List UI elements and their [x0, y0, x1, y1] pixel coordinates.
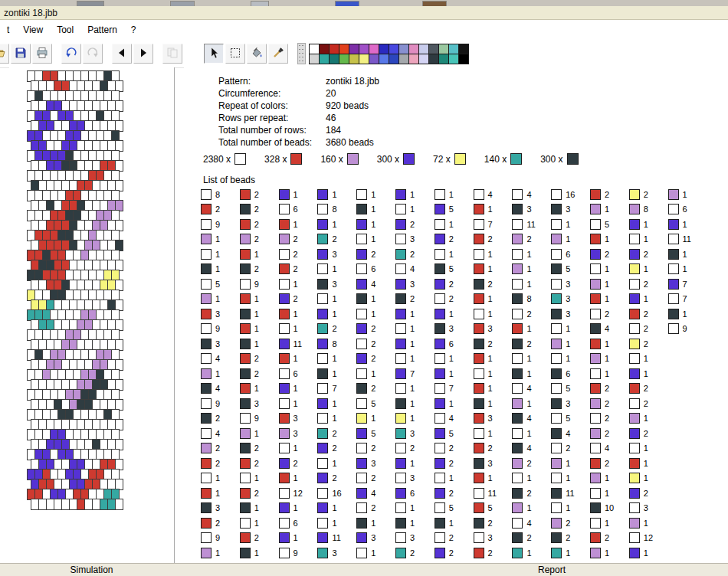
select-tool-button[interactable]	[225, 44, 245, 64]
bead-run-swatch	[474, 383, 484, 394]
palette-color-swatch[interactable]	[309, 44, 320, 54]
redo-button[interactable]	[83, 44, 103, 64]
pattern-row	[27, 369, 123, 380]
bead-run-swatch	[201, 428, 212, 439]
palette-color-swatch[interactable]	[379, 54, 389, 64]
bead-run-swatch	[474, 428, 484, 439]
palette-color-swatch[interactable]	[349, 54, 359, 64]
palette-color-swatch[interactable]	[398, 44, 409, 54]
bead-run-count: 5	[215, 280, 220, 289]
bead-run-count: 9	[215, 220, 220, 229]
palette-color-swatch[interactable]	[448, 54, 459, 64]
palette-scroll-grip[interactable]	[297, 43, 306, 64]
palette-color-swatch[interactable]	[389, 44, 399, 54]
bead[interactable]	[115, 499, 123, 510]
bead-run-entry: 12	[279, 486, 318, 501]
bead-run-count: 11	[332, 533, 340, 542]
palette-color-swatch[interactable]	[319, 54, 330, 64]
open-file-button[interactable]	[0, 44, 9, 64]
pointer-tool-button[interactable]	[204, 44, 224, 64]
bead-run-swatch	[435, 263, 445, 274]
pipette-tool-button[interactable]	[268, 44, 288, 64]
next-row-button[interactable]	[133, 44, 153, 64]
bead-run-swatch	[201, 488, 212, 499]
palette-color-swatch[interactable]	[359, 44, 369, 54]
bead-run-entry: 1	[629, 262, 668, 277]
bead-run-count: 2	[254, 264, 259, 273]
palette-color-swatch[interactable]	[389, 54, 399, 64]
palette-color-swatch[interactable]	[408, 44, 419, 54]
palette-color-swatch[interactable]	[458, 54, 469, 64]
bead-run-swatch	[395, 413, 406, 424]
palette-color-swatch[interactable]	[319, 44, 330, 54]
print-button[interactable]	[32, 44, 52, 64]
palette-color-swatch[interactable]	[339, 54, 349, 64]
palette-color-swatch[interactable]	[349, 44, 359, 54]
bead-run-swatch	[551, 398, 562, 409]
palette-color-swatch[interactable]	[418, 44, 429, 54]
copy-button[interactable]	[162, 44, 182, 64]
bead-run-count: 2	[371, 250, 375, 259]
bead-run-entry: 2	[317, 441, 356, 457]
bead-run-count: 3	[293, 429, 298, 438]
palette-color-swatch[interactable]	[418, 54, 429, 64]
fill-tool-button[interactable]	[247, 44, 267, 64]
info-label: Rows per repeat:	[218, 112, 326, 124]
bead-run-count: 4	[488, 190, 493, 199]
save-button[interactable]	[11, 44, 31, 64]
palette-color-swatch[interactable]	[428, 54, 439, 64]
bead-run-swatch	[395, 383, 406, 394]
bead-run-entry: 8	[201, 187, 240, 202]
bead-run-count: 2	[332, 443, 336, 453]
bead-run-entry: 1	[395, 411, 435, 427]
bead-run-swatch	[668, 189, 679, 200]
previous-row-button[interactable]	[112, 44, 132, 64]
palette-color-swatch[interactable]	[329, 54, 339, 64]
palette-color-swatch[interactable]	[438, 44, 449, 54]
menu-item-pattern[interactable]: Pattern	[80, 21, 124, 38]
info-row: Circumference:20	[218, 87, 379, 100]
bead-run-count: 1	[644, 548, 648, 558]
menu-item-tool[interactable]: Tool	[50, 21, 80, 38]
bead-run-swatch	[551, 532, 562, 543]
palette-color-swatch[interactable]	[309, 54, 320, 64]
bead-run-count: 3	[332, 250, 336, 259]
palette-color-swatch[interactable]	[369, 54, 379, 64]
bead-run-swatch	[240, 293, 251, 304]
pattern-row	[31, 499, 123, 509]
bead-run-entry: 1	[317, 396, 356, 411]
bead-run-swatch	[474, 204, 484, 214]
bead-run-swatch	[395, 353, 406, 364]
bead-run-swatch	[317, 458, 328, 469]
menu-item-4[interactable]: ?	[124, 21, 143, 38]
bead-run-count: 9	[215, 533, 220, 542]
bead-run-count: 1	[526, 324, 531, 333]
bead-run-swatch	[590, 532, 601, 543]
palette-color-swatch[interactable]	[329, 44, 339, 54]
bead-run-count: 2	[644, 190, 648, 199]
bead-run-entry: 5	[356, 426, 395, 441]
pattern-row	[27, 270, 123, 280]
menu-item-view[interactable]: View	[16, 21, 50, 38]
palette-color-swatch[interactable]	[428, 44, 439, 54]
palette-color-swatch[interactable]	[379, 44, 389, 54]
bead-run-swatch	[551, 428, 562, 439]
bead-run-count: 3	[293, 414, 298, 423]
palette-color-swatch[interactable]	[448, 44, 459, 54]
menu-item-t[interactable]: t	[0, 21, 16, 38]
bead-run-swatch	[474, 488, 484, 499]
undo-button[interactable]	[61, 44, 81, 64]
panel-divider[interactable]	[174, 67, 175, 564]
palette-color-swatch[interactable]	[339, 44, 349, 54]
palette-color-swatch[interactable]	[408, 54, 419, 64]
palette-color-swatch[interactable]	[369, 44, 379, 54]
palette-color-swatch[interactable]	[438, 54, 449, 64]
bead-run-count: 1	[605, 294, 609, 303]
palette-color-swatch[interactable]	[458, 44, 469, 54]
bead-run-swatch	[356, 309, 367, 319]
color-total-count: 328 x	[264, 154, 287, 165]
bead-run-swatch	[512, 398, 523, 409]
bead-run-swatch	[279, 219, 290, 230]
palette-color-swatch[interactable]	[398, 54, 409, 64]
palette-color-swatch[interactable]	[359, 54, 369, 64]
